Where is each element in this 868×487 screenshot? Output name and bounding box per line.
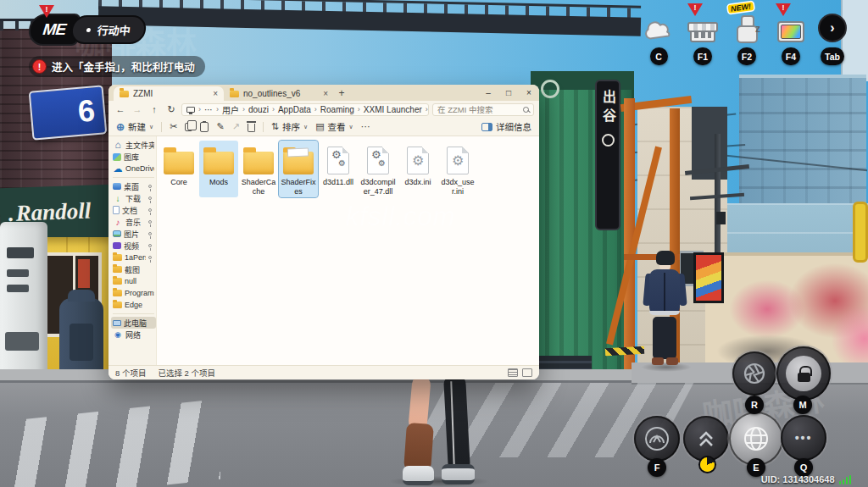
sidebar-item-folder[interactable]: Programs <box>111 287 156 299</box>
dodge-button[interactable] <box>683 416 729 462</box>
breadcrumb-overflow[interactable]: ⋯ <box>204 105 213 114</box>
breadcrumb-separator: › <box>314 105 317 113</box>
tab-close-icon[interactable]: × <box>213 89 218 98</box>
file-item-mods[interactable]: Mods <box>199 141 238 197</box>
sidebar-item-home[interactable]: 主文件夹 <box>111 139 156 151</box>
breadcrumb[interactable]: › ⋯ › 用户 › douzi › AppData › Roaming › X… <box>181 103 429 116</box>
toolbar-divider <box>263 122 264 132</box>
gear-icon: ⚙ <box>412 154 424 168</box>
paste-icon[interactable] <box>200 122 209 132</box>
search-input[interactable]: 在 ZZMI 中搜索 <box>432 103 534 116</box>
alert-icon: ! <box>32 59 47 74</box>
sidebar-item-gallery[interactable]: 图库 <box>111 151 156 163</box>
sidebar-item-music[interactable]: 音乐 <box>111 216 156 228</box>
delete-icon[interactable] <box>248 124 255 132</box>
more-options-icon[interactable]: ⋯ <box>361 121 370 132</box>
shortcut-menu[interactable]: › Tab <box>815 8 849 65</box>
cut-icon[interactable]: ✂ <box>170 121 177 132</box>
maximize-button[interactable]: □ <box>498 85 519 100</box>
lock-on-button[interactable] <box>776 346 831 401</box>
ultimate-button[interactable]: ••• <box>781 415 826 461</box>
view-button[interactable]: ▤ 查看 ∨ <box>315 120 353 133</box>
sidebar-item-folder[interactable]: Edge <box>111 299 156 311</box>
rename-icon[interactable]: ✎ <box>216 121 224 132</box>
this-pc-icon <box>186 107 195 113</box>
documents-icon <box>113 206 120 214</box>
breadcrumb-item[interactable]: douzi <box>248 105 269 114</box>
breadcrumb-separator: › <box>426 105 428 113</box>
breadcrumb-item[interactable]: AppData <box>278 105 311 114</box>
quest-h int: ! 进入「金手指」，和比利打电动 <box>29 56 205 77</box>
file-item-d3d11-dll[interactable]: ⚙⚙d3d11.dll <box>319 141 358 197</box>
folder-icon <box>113 278 122 285</box>
sidebar-item-folder[interactable]: 1aPersonal-do <box>111 252 156 263</box>
explorer-tab-no-outlines[interactable]: no_outlines_v6 × <box>224 86 334 101</box>
aperture-icon <box>742 361 767 386</box>
file-item-d3dx-user-ini[interactable]: ⚙d3dx_user.ini <box>438 141 477 197</box>
chevron-down-icon: ∨ <box>303 124 308 130</box>
explorer-status-bar: 8 个项目 已选择 2 个项目 <box>108 365 539 379</box>
breadcrumb-item[interactable]: 用户 <box>222 103 239 116</box>
refresh-icon[interactable]: ↻ <box>164 104 178 115</box>
tv-icon <box>777 21 804 42</box>
special-ability-button[interactable] <box>634 416 680 462</box>
file-item-d3dcompiler-dll[interactable]: ⚙⚙d3dcompiler_47.dll <box>359 141 398 197</box>
utility-pole-transformer <box>716 212 726 224</box>
copy-icon[interactable] <box>185 123 192 131</box>
breadcrumb-item[interactable]: Roaming <box>320 105 354 114</box>
keycap-r: R <box>745 396 764 414</box>
folder-icon <box>243 152 274 174</box>
shop-icon <box>690 24 715 42</box>
shortcut-tv[interactable]: ! F4 <box>771 8 810 65</box>
tab-close-icon[interactable]: × <box>323 89 328 98</box>
keycap-f: F <box>648 458 666 477</box>
sidebar-item-this-pc[interactable]: 此电脑 <box>111 317 156 329</box>
pictures-icon <box>113 230 121 237</box>
new-button[interactable]: ⊕ 新建 ∨ <box>116 120 153 133</box>
shortcut-character[interactable]: NEW! z F2 <box>727 8 766 65</box>
gear-icon: ⚙ <box>452 154 464 168</box>
up-icon[interactable]: ↑ <box>147 104 161 114</box>
search-placeholder: 在 ZZMI 中搜索 <box>437 103 520 115</box>
shortcut-companion[interactable]: C <box>639 8 678 65</box>
dll-file-icon: ⚙⚙ <box>327 147 349 174</box>
explorer-tab-zzmi[interactable]: ZZMI × <box>114 86 224 101</box>
uid-text: UID: 1314304648 <box>761 474 835 484</box>
file-item-core[interactable]: Core <box>159 141 198 197</box>
gear-icon: ⚙ <box>338 159 346 168</box>
forward-icon[interactable]: → <box>131 104 144 114</box>
file-item-shadercache[interactable]: ShaderCache <box>239 141 278 197</box>
breadcrumb-separator: › <box>198 105 201 113</box>
back-icon[interactable]: ← <box>114 104 127 114</box>
player-leg-warmer <box>403 423 434 472</box>
sidebar-item-desktop[interactable]: 桌面 <box>111 180 156 192</box>
file-item-shaderfixes[interactable]: ShaderFixes <box>279 141 318 197</box>
details-pane-button[interactable]: 详细信息 <box>481 120 531 133</box>
new-tab-button[interactable]: + <box>334 87 349 99</box>
breadcrumb-item[interactable]: XXMI Launcher <box>364 105 422 114</box>
sidebar-item-videos[interactable]: 视频 <box>111 240 156 252</box>
pin-icon <box>148 256 152 259</box>
camera-ability-button[interactable] <box>732 351 776 396</box>
yellow-street-sign <box>853 202 868 263</box>
details-view-icon[interactable] <box>508 368 518 377</box>
close-button[interactable]: × <box>519 85 539 100</box>
sidebar-item-network[interactable]: 网络 <box>111 329 156 340</box>
keycap-f4: F4 <box>782 47 800 65</box>
share-icon[interactable]: ↗ <box>232 121 240 132</box>
sort-button[interactable]: ⇅ 排序 ∨ <box>271 120 308 133</box>
sidebar-item-folder[interactable]: null <box>111 275 156 287</box>
sidebar-item-pictures[interactable]: 图片 <box>111 228 156 240</box>
status-badge: ME 行动中 <box>27 14 147 46</box>
items-count: 8 个项目 <box>115 367 146 379</box>
sidebar-item-downloads[interactable]: 下载 <box>111 192 156 204</box>
shortcut-shop[interactable]: ! F1 <box>683 8 722 65</box>
sidebar-item-onedrive[interactable]: OneDrive - Perso <box>111 163 156 174</box>
sidebar-item-documents[interactable]: 文档 <box>111 204 156 216</box>
large-icons-view-icon[interactable] <box>522 368 532 377</box>
dots-icon: ••• <box>795 431 813 445</box>
file-item-d3dx-ini[interactable]: ⚙d3dx.ini <box>398 141 437 197</box>
minimize-button[interactable]: – <box>478 85 498 100</box>
vending-machine-button <box>7 285 29 292</box>
sidebar-item-folder[interactable]: 截图 <box>111 263 156 275</box>
